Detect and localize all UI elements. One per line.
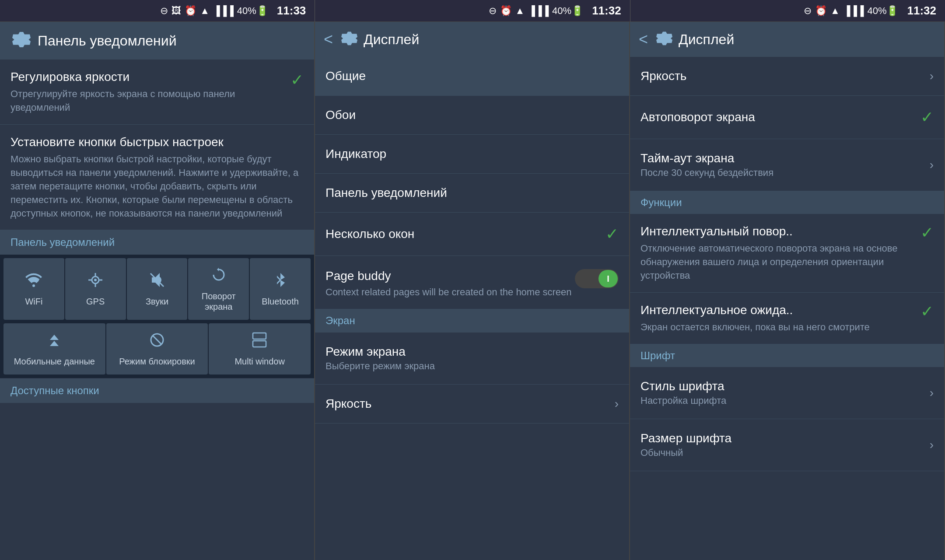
wifi-icon-r: ▲ xyxy=(830,5,840,17)
p3-smart-stay-subtitle: Экран остается включен, пока вы на него … xyxy=(640,321,920,334)
back-button-panel2[interactable]: < xyxy=(324,30,333,49)
quick-btn-gps[interactable]: GPS xyxy=(65,258,126,320)
signal-icon-r: ▐▐▐ xyxy=(844,5,864,17)
quick-btn-rotate[interactable]: Поворот экрана xyxy=(188,258,249,320)
quick-btn-wifi[interactable]: WiFi xyxy=(4,258,64,320)
panel1-title: Панель уведомлений xyxy=(38,33,177,49)
svg-rect-10 xyxy=(253,341,266,347)
gps-icon xyxy=(87,271,104,293)
stop-icon: ⊖ xyxy=(160,5,168,17)
menu-screen-mode[interactable]: Режим экрана Выберите режим экрана xyxy=(315,332,629,385)
available-buttons-header: Доступные кнопки xyxy=(0,378,314,403)
panel-notification: Панель уведомлений Регулировка яркости О… xyxy=(0,22,315,560)
menu-multiwindow[interactable]: Несколько окон ✓ xyxy=(315,213,629,256)
menu-screen-section: Экран xyxy=(315,309,629,332)
menu-wallpaper[interactable]: Обои xyxy=(315,96,629,135)
multiwindow-label: Multi window xyxy=(234,356,284,367)
brightness-subtitle: Отрегулируйте яркость экрана с помощью п… xyxy=(10,88,284,115)
wifi-icon-m: ▲ xyxy=(515,5,525,17)
p3-font-size-subtitle: Обычный xyxy=(640,447,732,458)
multiwindow-icon xyxy=(251,331,269,353)
battery-icon-middle: 40%🔋 xyxy=(552,5,583,17)
p3-timeout-content: Тайм-аут экрана После 30 секунд бездейст… xyxy=(640,151,774,178)
panel1-body: Регулировка яркости Отрегулируйте яркост… xyxy=(0,60,314,560)
display-settings-icon-right xyxy=(653,30,672,49)
menu-indicator[interactable]: Индикатор xyxy=(315,135,629,174)
alarm-icon-m: ⏰ xyxy=(500,5,512,17)
page-buddy-title: Page buddy xyxy=(326,269,572,283)
time-left: 11:33 xyxy=(277,4,306,18)
panel2-body: Общие Обои Индикатор Панель уведомлений … xyxy=(315,57,629,560)
wifi-icon xyxy=(25,271,42,293)
p3-timeout[interactable]: Тайм-аут экрана После 30 секунд бездейст… xyxy=(630,139,944,191)
p3-font-section: Шрифт xyxy=(630,344,944,367)
menu-brightness[interactable]: Яркость › xyxy=(315,385,629,424)
bluetooth-icon xyxy=(272,271,289,293)
p3-autorotate-check: ✓ xyxy=(920,108,934,126)
brightness-item[interactable]: Регулировка яркости Отрегулируйте яркост… xyxy=(0,60,314,125)
rotate-icon xyxy=(210,266,228,287)
multiwindow-check: ✓ xyxy=(606,225,619,243)
status-bar-right: ⊖ ⏰ ▲ ▐▐▐ 40%🔋 11:32 xyxy=(630,0,945,22)
back-button-panel3[interactable]: < xyxy=(639,30,648,49)
svg-point-1 xyxy=(94,279,97,281)
sound-label: Звуки xyxy=(146,296,168,307)
p3-font-size-content: Размер шрифта Обычный xyxy=(640,431,732,458)
panel-display: < Дисплей Общие Обои Индикатор Панель ув… xyxy=(315,22,630,560)
panel-display-right: < Дисплей Яркость › Автоповорот экрана ✓… xyxy=(630,22,945,560)
alarm-icon-r: ⏰ xyxy=(815,5,827,17)
p3-brightness[interactable]: Яркость › xyxy=(630,57,944,96)
brightness-title: Регулировка яркости xyxy=(10,69,284,85)
p3-autorotate[interactable]: Автоповорот экрана ✓ xyxy=(630,96,944,139)
sound-off-icon xyxy=(148,271,166,293)
menu-page-buddy: Page buddy Context related pages will be… xyxy=(315,256,629,309)
p3-smart-stay-content: Интеллектуальное ожида.. Экран остается … xyxy=(640,302,920,334)
p3-font-style-subtitle: Настройка шрифта xyxy=(640,395,726,406)
p3-font-size-arrow: › xyxy=(930,438,934,452)
alarm-icon: ⏰ xyxy=(185,5,196,17)
wifi-label: WiFi xyxy=(25,296,42,307)
p3-smart-stay-title: Интеллектуальное ожида.. xyxy=(640,302,920,318)
stop-icon-r: ⊖ xyxy=(804,5,812,17)
panel3-body: Яркость › Автоповорот экрана ✓ Тайм-аут … xyxy=(630,57,944,560)
panel3-header: < Дисплей xyxy=(630,22,944,57)
panel2-header: < Дисплей xyxy=(315,22,629,57)
quick-btn-sound[interactable]: Звуки xyxy=(127,258,188,320)
p3-smart-rotate-check: ✓ xyxy=(920,224,934,242)
image-icon: 🖼 xyxy=(172,5,181,17)
p3-smart-rotate-content: Интеллектуальный повор.. Отключение авто… xyxy=(640,224,920,283)
time-right: 11:32 xyxy=(907,4,936,18)
screen-mode-subtitle: Выберите режим экрана xyxy=(326,360,619,372)
display-settings-icon xyxy=(338,30,357,49)
p3-font-style[interactable]: Стиль шрифта Настройка шрифта › xyxy=(630,367,944,419)
page-buddy-toggle[interactable]: I xyxy=(575,269,619,288)
panel3-title: Дисплей xyxy=(679,32,734,48)
menu-notification-panel[interactable]: Панель уведомлений xyxy=(315,174,629,213)
p3-smart-rotate[interactable]: Интеллектуальный повор.. Отключение авто… xyxy=(630,214,944,293)
battery-icon-right: 40%🔋 xyxy=(867,5,898,17)
quick-buttons-item: Установите кнопки быстрых настроек Можно… xyxy=(0,125,314,230)
status-bar: ⊖ 🖼 ⏰ ▲ ▐▐▐ 40%🔋 11:33 ⊖ ⏰ ▲ ▐▐▐ 40%🔋 11… xyxy=(0,0,945,22)
quick-btn-multiwindow[interactable]: Multi window xyxy=(209,323,311,374)
battery-icon-left: 40%🔋 xyxy=(237,5,268,17)
quick-btn-block[interactable]: Режим блокировки xyxy=(106,323,208,374)
block-mode-icon xyxy=(148,331,166,353)
quick-btn-bluetooth[interactable]: Bluetooth xyxy=(250,258,311,320)
brightness-check: ✓ xyxy=(290,71,304,89)
brightness-arrow: › xyxy=(615,397,619,411)
status-bar-middle: ⊖ ⏰ ▲ ▐▐▐ 40%🔋 11:32 xyxy=(315,0,630,22)
page-buddy-row: Page buddy Context related pages will be… xyxy=(326,269,619,299)
stop-icon-m: ⊖ xyxy=(489,5,497,17)
p3-font-size[interactable]: Размер шрифта Обычный › xyxy=(630,419,944,471)
page-buddy-content: Page buddy Context related pages will be… xyxy=(326,269,572,299)
p3-functions-section: Функции xyxy=(630,191,944,214)
quick-btn-mobile-data[interactable]: Мобильные данные xyxy=(4,323,105,374)
status-icons-left: ⊖ 🖼 ⏰ ▲ ▐▐▐ 40%🔋 11:33 xyxy=(160,4,306,18)
p3-timeout-arrow: › xyxy=(930,158,934,172)
rotate-label: Поворот экрана xyxy=(192,291,245,312)
p3-smart-stay[interactable]: Интеллектуальное ожида.. Экран остается … xyxy=(630,293,944,344)
quick-buttons-grid2: Мобильные данные Режим блокировки xyxy=(0,323,314,378)
time-middle: 11:32 xyxy=(592,4,621,18)
menu-general[interactable]: Общие xyxy=(315,57,629,96)
status-icons-right: ⊖ ⏰ ▲ ▐▐▐ 40%🔋 11:32 xyxy=(804,4,936,18)
